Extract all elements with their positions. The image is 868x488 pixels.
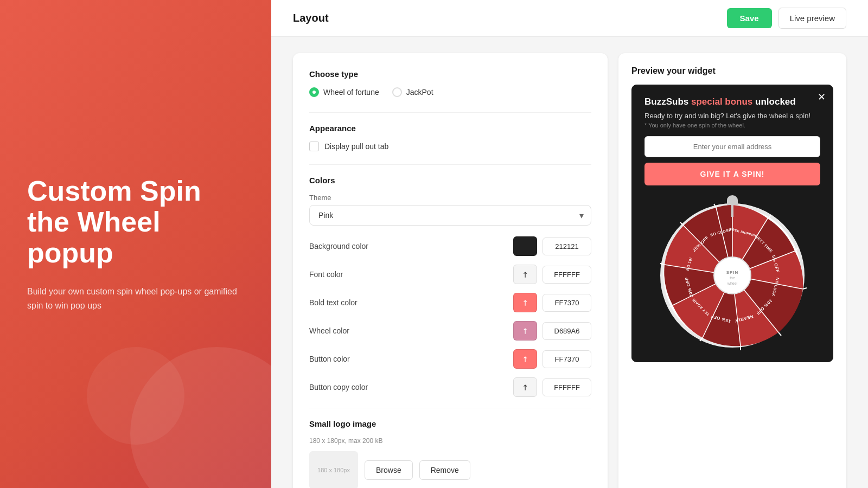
color-label-wheel: Wheel color <box>309 326 513 335</box>
color-label-button: Button color <box>309 355 513 363</box>
radio-jackpot[interactable]: JackPot <box>392 87 433 97</box>
color-label-font: Font color <box>309 270 513 279</box>
pointer-tail <box>731 205 733 217</box>
preview-panel: Preview your widget ✕ BuzzSubs special b… <box>618 53 846 488</box>
color-value-background[interactable] <box>542 237 591 255</box>
radio-circle-jackpot <box>392 87 402 97</box>
radio-label-jackpot: JackPot <box>406 88 433 97</box>
logo-label: Small logo image <box>309 419 591 428</box>
color-label-bold: Bold text color <box>309 298 513 307</box>
arrow-icon-wheel: ↗ <box>520 325 531 336</box>
widget-note: * You only have one spin of the wheel. <box>644 122 820 129</box>
color-swatch-button-copy[interactable]: ↗ <box>513 377 537 397</box>
svg-text:the: the <box>730 276 735 280</box>
right-panel: Layout Save Live preview Choose type Whe… <box>271 0 868 488</box>
color-value-button[interactable] <box>542 350 591 368</box>
browse-button[interactable]: Browse <box>365 460 413 480</box>
radio-circle-wheel <box>309 87 319 97</box>
color-row-button: Button color ↗ <box>309 349 591 369</box>
color-value-font[interactable] <box>542 266 591 284</box>
color-label-background: Background color <box>309 242 513 251</box>
pull-out-tab-label: Display pull out tab <box>324 142 388 151</box>
pointer-head <box>727 195 738 205</box>
wheel-container: 5% OFF NO LUCK 10% OFF NEARLY 15% OFF TR… <box>631 194 833 362</box>
left-panel: Custom Spin the Wheel popup Build your o… <box>0 0 271 488</box>
svg-line-16 <box>778 332 781 336</box>
color-label-button-copy: Button copy color <box>309 383 513 391</box>
radio-label-wheel: Wheel of fortune <box>323 88 379 97</box>
color-row-wheel: Wheel color ↗ <box>309 321 591 341</box>
hero-heading: Custom Spin the Wheel popup <box>27 176 244 269</box>
header: Layout Save Live preview <box>271 0 868 37</box>
widget-suffix: unlocked <box>752 97 795 107</box>
theme-select-wrap: Pink Blue Green ▾ <box>309 205 591 226</box>
color-value-wheel[interactable] <box>542 322 591 340</box>
logo-section: Small logo image 180 x 180px, max 200 kB… <box>309 419 591 488</box>
arrow-icon-font: ↗ <box>520 269 531 280</box>
close-icon[interactable]: ✕ <box>818 91 826 103</box>
svg-text:wheel: wheel <box>727 281 738 285</box>
email-input[interactable] <box>644 136 820 157</box>
appearance-label: Appearance <box>309 124 591 133</box>
wheel-pointer <box>727 195 738 217</box>
save-button[interactable]: Save <box>727 8 772 28</box>
color-value-button-copy[interactable] <box>542 378 591 396</box>
radio-group: Wheel of fortune JackPot <box>309 87 591 97</box>
svg-point-35 <box>714 257 751 294</box>
remove-button[interactable]: Remove <box>419 460 470 480</box>
live-preview-button[interactable]: Live preview <box>778 8 846 29</box>
widget-headline: BuzzSubs special bonus unlocked <box>644 97 820 107</box>
arrow-icon-button-copy: ↗ <box>520 382 531 393</box>
spin-cta-button[interactable]: GIVE IT A SPIN! <box>644 163 820 185</box>
color-swatch-bold[interactable]: ↗ <box>513 293 537 312</box>
pull-out-tab-row: Display pull out tab <box>309 142 591 151</box>
widget-subtext: Ready to try and win big? Let's give the… <box>644 112 820 120</box>
logo-upload-row: 180 x 180px Browse Remove <box>309 451 591 488</box>
color-value-bold[interactable] <box>542 294 591 312</box>
wheel-svg[interactable]: 5% OFF NO LUCK 10% OFF NEARLY 15% OFF TR… <box>656 200 808 351</box>
choose-type-section: Choose type Wheel of fortune JackPot <box>309 69 591 97</box>
choose-type-label: Choose type <box>309 69 591 79</box>
widget-highlight: special bonus <box>691 97 752 107</box>
logo-placeholder: 180 x 180px <box>309 451 358 488</box>
hero-description: Build your own custom spin wheel pop-ups… <box>27 285 244 312</box>
svg-text:SPIN: SPIN <box>726 270 739 275</box>
color-swatch-font[interactable]: ↗ <box>513 265 537 284</box>
arrow-icon-bold: ↗ <box>520 297 531 308</box>
widget-top: BuzzSubs special bonus unlocked Ready to… <box>631 85 833 194</box>
colors-section: Colors Theme Pink Blue Green ▾ Backgroun… <box>309 176 591 397</box>
color-swatch-background[interactable] <box>513 236 537 256</box>
preview-title: Preview your widget <box>631 66 833 76</box>
logo-description: 180 x 180px, max 200 kB <box>309 437 591 445</box>
theme-label: Theme <box>309 194 591 202</box>
main-content: Choose type Wheel of fortune JackPot App… <box>271 37 868 488</box>
color-row-background: Background color <box>309 236 591 256</box>
settings-panel: Choose type Wheel of fortune JackPot App… <box>293 53 608 488</box>
widget-brand: BuzzSubs <box>644 97 691 107</box>
colors-label: Colors <box>309 176 591 185</box>
theme-select[interactable]: Pink Blue Green <box>309 205 591 226</box>
svg-line-15 <box>803 288 807 289</box>
color-row-font: Font color ↗ <box>309 265 591 284</box>
page-title: Layout <box>293 12 329 24</box>
pull-out-tab-checkbox[interactable] <box>309 142 319 151</box>
header-actions: Save Live preview <box>727 8 846 29</box>
color-swatch-button[interactable]: ↗ <box>513 349 537 369</box>
color-row-bold: Bold text color ↗ <box>309 293 591 312</box>
appearance-section: Appearance Display pull out tab <box>309 124 591 151</box>
widget-preview: ✕ BuzzSubs special bonus unlocked Ready … <box>631 85 833 362</box>
wheel-wrapper: 5% OFF NO LUCK 10% OFF NEARLY 15% OFF TR… <box>656 200 808 351</box>
color-row-button-copy: Button copy color ↗ <box>309 377 591 397</box>
color-swatch-wheel[interactable]: ↗ <box>513 321 537 341</box>
arrow-icon-button: ↗ <box>520 354 531 364</box>
radio-wheel[interactable]: Wheel of fortune <box>309 87 379 97</box>
